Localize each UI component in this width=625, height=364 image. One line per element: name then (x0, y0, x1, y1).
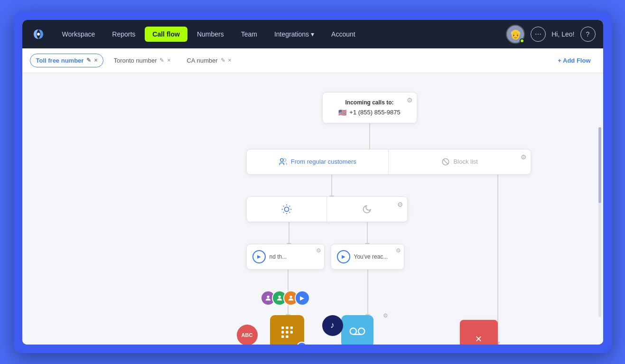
disconnect-x-icon: × (475, 332, 482, 345)
tab-ca-close-icon[interactable]: × (228, 57, 232, 64)
svg-point-18 (284, 207, 289, 211)
app-window: Workspace Reports Call flow Numbers Team… (22, 20, 603, 345)
svg-point-29 (289, 295, 292, 298)
navbar: Workspace Reports Call flow Numbers Team… (22, 20, 603, 48)
svg-rect-34 (286, 331, 288, 333)
ivr-label: nd th... (270, 253, 287, 260)
tab-toll-free[interactable]: Toll free number ✎ × (30, 54, 104, 67)
time-gear-icon[interactable]: ⚙ (397, 201, 403, 208)
svg-line-21 (283, 205, 284, 206)
filter-regular-customers: From regular customers (247, 149, 389, 174)
voicemail-gear-icon[interactable]: ⚙ (383, 312, 388, 319)
svg-rect-37 (286, 335, 288, 337)
logo[interactable] (30, 26, 47, 43)
flow-container: ⚙ Incoming calls to: 🇺🇸 +1 (855) 855-987… (99, 83, 526, 345)
team-avatars: ▶ (261, 290, 310, 306)
nav-callflow[interactable]: Call flow (145, 27, 187, 42)
add-flow-label: + Add Flow (558, 57, 590, 64)
nav-team[interactable]: Team (233, 27, 265, 42)
tab-toronto-edit-icon[interactable]: ✎ (159, 57, 164, 64)
avatar[interactable]: 👴 (506, 25, 525, 44)
voice-menu-block: ↑ Voice menu i (270, 315, 308, 345)
ellipsis-icon: ⋯ (535, 30, 541, 38)
svg-point-14 (280, 159, 283, 161)
info-button[interactable]: ⋯ (531, 27, 546, 42)
tab-ca-edit-icon[interactable]: ✎ (221, 57, 225, 64)
voice-menu-badge: ↑ (297, 342, 307, 345)
question-icon: ? (586, 30, 590, 38)
play-label: You've reac... (354, 253, 388, 260)
online-indicator (520, 38, 524, 43)
scrollbar-track (598, 127, 601, 317)
flag-icon: 🇺🇸 (338, 109, 346, 116)
greeting-text: Hi, Leo! (551, 30, 574, 38)
tabs-bar: Toll free number ✎ × Toronto number ✎ × … (22, 48, 603, 73)
help-button[interactable]: ? (580, 27, 596, 42)
ivr-gear-icon[interactable]: ⚙ (316, 247, 321, 254)
filter-gear-icon[interactable]: ⚙ (521, 153, 527, 161)
nav-reports[interactable]: Reports (104, 27, 143, 42)
avatar-play[interactable]: ▶ (295, 290, 310, 306)
svg-line-26 (289, 205, 290, 206)
svg-rect-30 (281, 327, 284, 329)
tab-toll-free-label: Toll free number (36, 57, 84, 64)
filter-regular-label: From regular customers (291, 158, 356, 165)
svg-point-38 (350, 328, 356, 334)
outer-frame: Workspace Reports Call flow Numbers Team… (14, 11, 612, 353)
svg-rect-32 (290, 327, 292, 329)
svg-rect-36 (281, 335, 284, 337)
phone-number: +1 (855) 855-9875 (349, 109, 400, 116)
svg-line-22 (289, 212, 290, 212)
time-daytime (247, 197, 327, 222)
incoming-phone: 🇺🇸 +1 (855) 855-9875 (330, 109, 409, 116)
svg-point-15 (283, 159, 286, 161)
incoming-gear-icon[interactable]: ⚙ (407, 96, 413, 104)
tab-close-icon[interactable]: × (94, 57, 97, 64)
ivr-play-icon[interactable]: ▶ (252, 250, 266, 263)
nav-right: 👴 ⋯ Hi, Leo! ? (506, 25, 595, 44)
svg-rect-31 (286, 327, 288, 329)
nav-workspace[interactable]: Workspace (55, 27, 103, 42)
svg-point-0 (37, 33, 40, 36)
nav-integrations[interactable]: Integrations ▾ (267, 27, 322, 42)
tab-toronto-label: Toronto number (113, 57, 157, 64)
filter-node: ⚙ From regular customers Block list (246, 149, 531, 175)
filter-blocklist-label: Block list (454, 158, 478, 165)
voice-menu-icon[interactable]: ↑ (270, 315, 304, 345)
tab-ca-label: CA number (187, 57, 217, 64)
svg-rect-33 (281, 331, 284, 333)
disconnect-node[interactable]: × Disconnect (460, 320, 498, 345)
svg-point-28 (278, 295, 280, 298)
voicemail-block: ⚙ Leave Voicemail General Voicema... (341, 315, 386, 345)
svg-point-39 (358, 328, 364, 334)
nav-numbers[interactable]: Numbers (189, 27, 232, 42)
play-gear-icon[interactable]: ⚙ (396, 247, 401, 254)
bubble-abc[interactable]: ABC (237, 325, 258, 345)
svg-rect-35 (290, 331, 292, 333)
incoming-title: Incoming calls to: (330, 99, 409, 106)
time-node: ⚙ (246, 196, 408, 222)
tab-toronto[interactable]: Toronto number ✎ × (107, 54, 177, 67)
nav-account[interactable]: Account (324, 27, 363, 42)
ivr-node: ⚙ ▶ nd th... (246, 244, 325, 270)
filter-blocklist: Block list (389, 149, 531, 174)
chevron-down-icon: ▾ (311, 30, 314, 38)
nav-items: Workspace Reports Call flow Numbers Team… (55, 27, 506, 42)
canvas[interactable]: ⚙ Incoming calls to: 🇺🇸 +1 (855) 855-987… (22, 73, 603, 345)
time-nighttime (327, 197, 407, 222)
tab-edit-icon[interactable]: ✎ (86, 57, 91, 64)
play-node: ⚙ ▶ You've reac... (331, 244, 404, 270)
tab-toronto-close-icon[interactable]: × (167, 57, 170, 64)
voicemail-icon[interactable] (341, 315, 373, 345)
add-flow-button[interactable]: + Add Flow (553, 54, 595, 67)
svg-point-27 (267, 295, 269, 298)
svg-line-17 (443, 159, 448, 164)
svg-line-25 (283, 212, 284, 212)
bubble-music[interactable]: ♪ (322, 315, 343, 336)
tab-ca[interactable]: CA number ✎ × (180, 54, 237, 67)
scrollbar-thumb[interactable] (598, 127, 601, 203)
incoming-calls-node: ⚙ Incoming calls to: 🇺🇸 +1 (855) 855-987… (322, 92, 417, 123)
play-icon[interactable]: ▶ (337, 250, 350, 263)
